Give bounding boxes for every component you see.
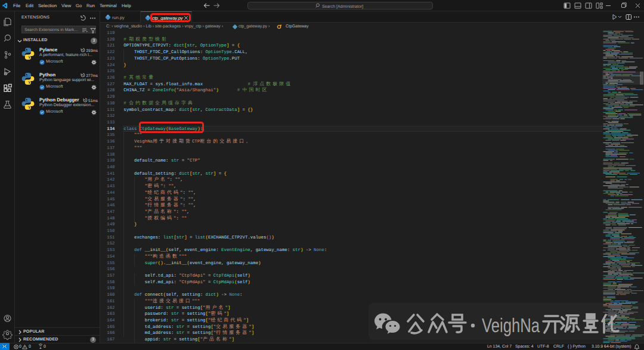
svg-text:VeighNa: VeighNa [482,314,540,336]
